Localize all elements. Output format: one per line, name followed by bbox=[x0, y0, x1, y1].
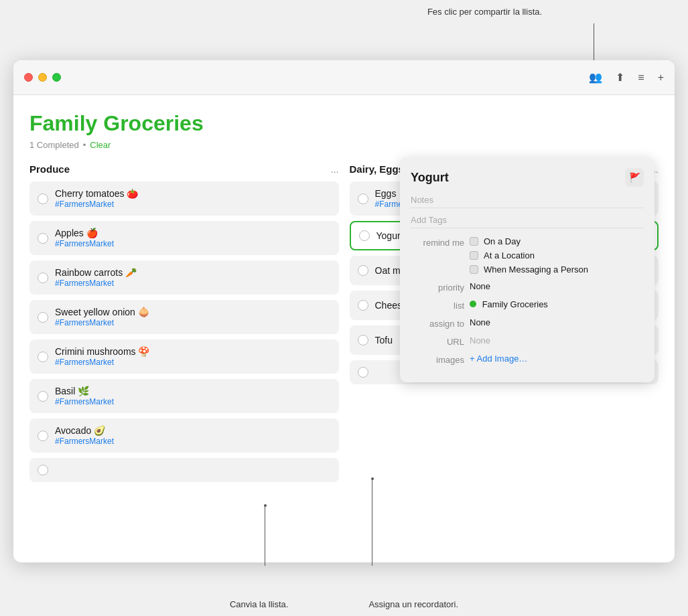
annotation-dot-left bbox=[264, 504, 267, 507]
list-color-dot bbox=[470, 301, 476, 307]
list-item[interactable]: Basil 🌿 #FarmersMarket bbox=[29, 379, 339, 413]
item-text: Basil 🌿 #FarmersMarket bbox=[55, 386, 331, 406]
item-checkbox[interactable] bbox=[358, 265, 368, 276]
annotation-dot-right bbox=[371, 477, 374, 480]
list-label: list bbox=[411, 299, 464, 311]
produce-column: Produce ... Cherry tomatoes 🍅 #FarmersMa… bbox=[29, 163, 339, 487]
item-checkbox[interactable] bbox=[38, 391, 48, 402]
item-checkbox[interactable] bbox=[38, 312, 48, 323]
close-button[interactable] bbox=[24, 73, 33, 82]
new-item-placeholder[interactable] bbox=[29, 458, 339, 482]
item-text: Cherry tomatoes 🍅 #FarmersMarket bbox=[55, 188, 331, 209]
remind-checkbox-messaging[interactable] bbox=[470, 265, 478, 274]
item-checkbox[interactable] bbox=[358, 335, 368, 345]
detail-panel: Yogurt 🚩 Notes Add Tags remind me On a D… bbox=[400, 157, 655, 382]
list-row: list Family Groceries bbox=[411, 299, 644, 311]
item-checkbox[interactable] bbox=[358, 194, 368, 204]
minimize-button[interactable] bbox=[38, 73, 47, 82]
remind-label-location: At a Location bbox=[484, 250, 535, 260]
item-checkbox[interactable] bbox=[38, 233, 48, 244]
detail-title: Yogurt bbox=[411, 171, 449, 185]
flag-button[interactable]: 🚩 bbox=[625, 168, 644, 187]
item-text: Crimini mushrooms 🍄 #FarmersMarket bbox=[55, 346, 331, 367]
notes-field[interactable]: Notes bbox=[411, 192, 644, 208]
assign-value[interactable]: None bbox=[470, 317, 490, 327]
app-title: Family Groceries bbox=[29, 111, 659, 136]
images-row: images + Add Image… bbox=[411, 354, 644, 365]
item-text: Avocado 🥑 #FarmersMarket bbox=[55, 425, 331, 446]
add-item-icon[interactable]: + bbox=[658, 72, 664, 84]
remind-option-day[interactable]: On a Day bbox=[470, 236, 588, 246]
list-item[interactable]: Rainbow carrots 🥕 #FarmersMarket bbox=[29, 260, 339, 295]
item-checkbox[interactable] bbox=[38, 431, 48, 441]
bottom-annotations: Canvia la llista. Assigna un recordatori… bbox=[0, 599, 688, 609]
list-item[interactable]: Apples 🍎 #FarmersMarket bbox=[29, 221, 339, 255]
remind-label-messaging: When Messaging a Person bbox=[484, 264, 588, 275]
completed-count: 1 Completed bbox=[29, 140, 79, 150]
url-label: URL bbox=[411, 335, 464, 347]
remind-checkbox-location[interactable] bbox=[470, 251, 478, 260]
list-item[interactable]: Cherry tomatoes 🍅 #FarmersMarket bbox=[29, 181, 339, 216]
top-annotation: Fes clic per compartir la llista. bbox=[322, 7, 648, 17]
list-item[interactable]: Avocado 🥑 #FarmersMarket bbox=[29, 418, 339, 453]
clear-button[interactable]: Clear bbox=[90, 140, 111, 150]
images-label: images bbox=[411, 354, 464, 365]
priority-value[interactable]: None bbox=[470, 281, 490, 291]
tags-field[interactable]: Add Tags bbox=[411, 212, 644, 228]
collab-icon[interactable]: 👥 bbox=[589, 71, 602, 84]
list-item[interactable]: Sweet yellow onion 🧅 #FarmersMarket bbox=[29, 300, 339, 334]
separator: • bbox=[83, 140, 86, 150]
detail-header: Yogurt 🚩 bbox=[411, 168, 644, 187]
produce-title: Produce bbox=[29, 163, 70, 175]
assign-label: assign to bbox=[411, 317, 464, 329]
produce-menu[interactable]: ... bbox=[331, 164, 339, 175]
share-icon[interactable]: ⬆ bbox=[616, 71, 624, 84]
item-checkbox bbox=[38, 465, 48, 475]
item-text: Sweet yellow onion 🧅 #FarmersMarket bbox=[55, 307, 331, 327]
traffic-lights bbox=[24, 73, 61, 82]
item-text: Rainbow carrots 🥕 #FarmersMarket bbox=[55, 267, 331, 288]
remind-checkbox-day[interactable] bbox=[470, 237, 478, 246]
url-value[interactable]: None bbox=[470, 335, 490, 345]
priority-label: priority bbox=[411, 281, 464, 293]
item-text: Apples 🍎 #FarmersMarket bbox=[55, 228, 331, 248]
item-checkbox[interactable] bbox=[358, 300, 368, 311]
titlebar-icons: 👥 ⬆ ≡ + bbox=[589, 71, 664, 84]
bottom-left-label: Canvia la llista. bbox=[230, 599, 288, 609]
annotation-line-left bbox=[265, 506, 265, 566]
priority-row: priority None bbox=[411, 281, 644, 293]
bottom-right-label: Assigna un recordatori. bbox=[368, 599, 458, 609]
remind-row: remind me On a Day At a Location When Me… bbox=[411, 236, 644, 275]
list-item[interactable]: Crimini mushrooms 🍄 #FarmersMarket bbox=[29, 339, 339, 374]
item-checkbox bbox=[358, 367, 368, 378]
remind-label-day: On a Day bbox=[484, 236, 521, 246]
item-checkbox[interactable] bbox=[359, 230, 370, 241]
item-checkbox[interactable] bbox=[38, 273, 48, 283]
fullscreen-button[interactable] bbox=[52, 73, 61, 82]
assign-row: assign to None bbox=[411, 317, 644, 329]
titlebar: 👥 ⬆ ≡ + bbox=[13, 60, 675, 95]
item-checkbox[interactable] bbox=[38, 194, 48, 204]
remind-label: remind me bbox=[411, 236, 464, 248]
remind-option-location[interactable]: At a Location bbox=[470, 250, 588, 260]
add-image-button[interactable]: + Add Image… bbox=[470, 354, 527, 364]
list-view-icon[interactable]: ≡ bbox=[638, 72, 644, 84]
remind-option-messaging[interactable]: When Messaging a Person bbox=[470, 264, 588, 275]
app-window: 👥 ⬆ ≡ + Family Groceries 1 Completed • C… bbox=[13, 60, 675, 562]
produce-header: Produce ... bbox=[29, 163, 339, 175]
annotation-line-right bbox=[372, 479, 372, 566]
list-value[interactable]: Family Groceries bbox=[470, 299, 548, 309]
completed-bar: 1 Completed • Clear bbox=[29, 140, 659, 150]
url-row: URL None bbox=[411, 335, 644, 347]
item-checkbox[interactable] bbox=[38, 352, 48, 362]
remind-options: On a Day At a Location When Messaging a … bbox=[470, 236, 588, 275]
